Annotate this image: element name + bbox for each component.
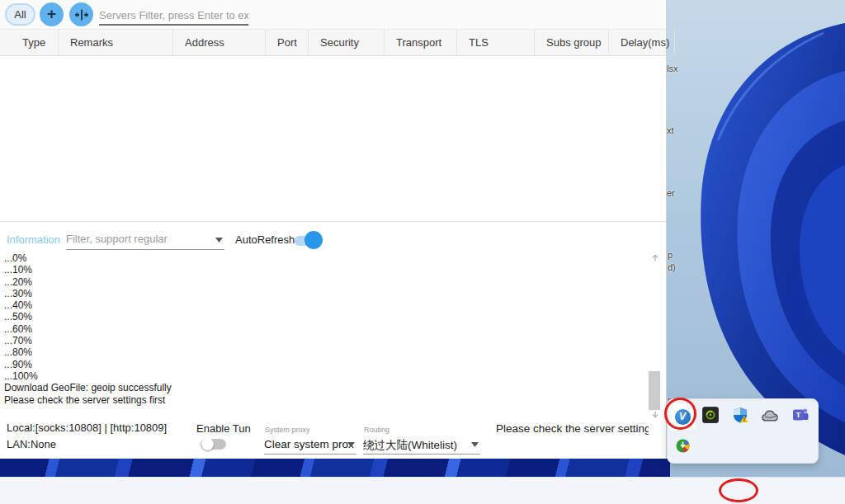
tray-teams-icon[interactable]: T <box>792 407 809 423</box>
annotation-circle-tray-v2rayn <box>664 398 696 430</box>
scroll-down-arrow[interactable] <box>649 409 660 419</box>
idm-icon <box>676 439 690 453</box>
local-listen-status: Local:[socks:10808] | [http:10809] <box>7 422 167 434</box>
wallpaper-strip <box>0 459 670 477</box>
table-column-header[interactable]: Subs group <box>535 30 609 55</box>
log-filter-combobox[interactable]: Filter, support regular <box>66 230 224 250</box>
log-line: ...80% <box>4 346 644 358</box>
tab-information[interactable]: Information <box>7 233 60 246</box>
teams-letter: T <box>796 410 801 419</box>
log-line: Please check the server settings first <box>4 394 644 406</box>
routing-combobox[interactable]: 绕过大陆(Whitelist) <box>363 435 480 455</box>
servers-filter-input[interactable] <box>99 6 248 26</box>
table-column-header[interactable]: Port <box>266 30 309 55</box>
scroll-up-arrow[interactable] <box>649 253 660 263</box>
routing-value: 绕过大陆(Whitelist) <box>363 435 480 453</box>
scrollbar-thumb[interactable] <box>649 371 660 410</box>
log-line: ...100% <box>4 370 644 382</box>
desktop-icon-label-fragment: xt <box>667 125 674 135</box>
log-line: ...10% <box>4 264 644 276</box>
table-column-header[interactable]: Security <box>309 30 385 55</box>
column-adjust-icon <box>74 7 89 22</box>
pane-divider <box>0 221 666 222</box>
toggle-knob <box>201 438 214 450</box>
cloud-icon <box>762 409 778 422</box>
system-proxy-value: Clear system prox <box>264 435 356 450</box>
teams-icon: T <box>792 407 809 423</box>
desktop-icon-label-fragment: er <box>667 188 675 198</box>
table-column-header[interactable]: TLS <box>457 30 535 55</box>
chevron-down-icon <box>471 442 479 447</box>
tray-nvidia-icon[interactable] <box>702 407 719 423</box>
tray-cloud-icon[interactable] <box>762 407 778 424</box>
desktop-icon-label-fragment: p <box>668 250 673 260</box>
autorefresh-toggle[interactable] <box>295 231 329 249</box>
log-filter-placeholder: Filter, support regular <box>66 230 224 245</box>
desktop-icon-label-fragment: d) <box>668 262 676 272</box>
toggle-knob <box>304 231 323 249</box>
desktop-icon-label-fragment: lsx <box>667 64 677 73</box>
desktop: lsx xt er p d) n All + TypeRemarksAddres… <box>0 0 845 504</box>
adjust-columns-button[interactable] <box>69 2 93 26</box>
server-table-header: TypeRemarksAddressPortSecurityTransportT… <box>0 29 666 56</box>
autorefresh-label: AutoRefresh <box>235 233 295 246</box>
log-line: ...70% <box>4 335 644 346</box>
subscription-group-all-button[interactable]: All <box>5 3 35 26</box>
lan-status: LAN:None <box>7 438 56 450</box>
chevron-down-icon <box>215 238 223 243</box>
log-line: Download GeoFile: geoip successfully <box>4 382 644 393</box>
chevron-down-icon <box>347 442 355 447</box>
routing-label: Routing <box>364 426 389 434</box>
arrow-down-icon <box>651 410 659 418</box>
table-column-header[interactable]: Address <box>173 30 266 55</box>
table-column-header[interactable]: Delay(ms) <box>609 30 675 55</box>
v2rayn-main-window: All + TypeRemarksAddressPortSecurityTran… <box>0 0 667 459</box>
status-message: Please check the server settings fir <box>496 422 649 435</box>
log-line: ...30% <box>4 288 644 299</box>
annotation-circle-taskbar-chevron <box>719 478 758 502</box>
enable-tun-toggle[interactable] <box>201 436 229 452</box>
log-line: ...60% <box>4 323 644 335</box>
table-column-header[interactable]: Remarks <box>59 30 173 55</box>
log-line: ...90% <box>4 359 644 370</box>
server-table-body-empty[interactable] <box>0 56 666 221</box>
log-line: ...40% <box>4 299 644 311</box>
arrow-up-icon <box>651 254 659 262</box>
log-line: ...20% <box>4 276 644 288</box>
table-column-header[interactable]: Type <box>0 30 59 55</box>
table-column-header[interactable]: Transport <box>385 30 457 55</box>
log-line: ...50% <box>4 311 644 323</box>
nvidia-icon <box>702 407 719 423</box>
system-proxy-label: System proxy <box>265 426 310 434</box>
log-scrollbar[interactable] <box>649 252 661 419</box>
server-toolbar: All + <box>0 0 666 29</box>
log-line: ...0% <box>4 252 644 264</box>
tray-idm-icon[interactable] <box>674 437 691 454</box>
tray-windows-security-icon[interactable] <box>732 407 748 423</box>
add-server-button[interactable]: + <box>40 2 64 26</box>
log-output[interactable]: ...0%...10%...20%...30%...40%...50%...60… <box>4 252 644 416</box>
system-proxy-combobox[interactable]: Clear system prox <box>264 435 356 455</box>
windows-security-icon <box>732 407 748 423</box>
enable-tun-label: Enable Tun <box>196 422 251 435</box>
